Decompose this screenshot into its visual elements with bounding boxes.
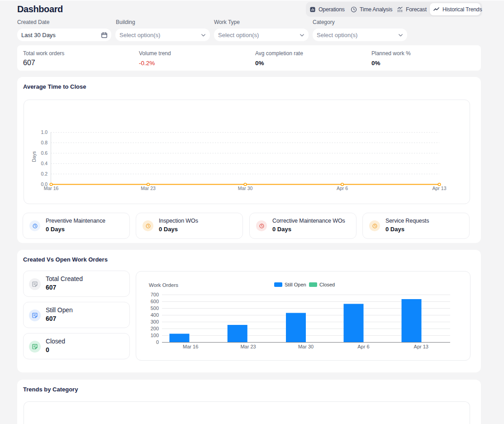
svg-text:700: 700	[151, 292, 159, 297]
svg-text:Apr 6: Apr 6	[337, 186, 348, 191]
svg-text:Days: Days	[31, 151, 37, 162]
svg-text:Still Open: Still Open	[285, 282, 306, 287]
svg-text:0.2: 0.2	[41, 171, 48, 176]
svg-text:Apr 13: Apr 13	[414, 344, 428, 349]
svg-text:0.8: 0.8	[41, 140, 48, 145]
svg-text:100: 100	[151, 333, 159, 338]
svg-text:0.6: 0.6	[41, 150, 48, 156]
svg-text:Closed: Closed	[319, 282, 335, 287]
svg-text:300: 300	[151, 319, 159, 324]
svg-text:Mar 16: Mar 16	[44, 186, 59, 191]
svg-text:0: 0	[156, 339, 159, 345]
svg-text:Apr 13: Apr 13	[433, 186, 447, 191]
svg-text:400: 400	[151, 312, 159, 318]
svg-text:Mar 23: Mar 23	[240, 344, 256, 349]
svg-text:Work Orders: Work Orders	[149, 282, 178, 288]
svg-text:600: 600	[151, 299, 159, 304]
svg-text:1.0: 1.0	[41, 129, 48, 135]
svg-text:Mar 30: Mar 30	[238, 186, 253, 191]
svg-text:Mar 30: Mar 30	[298, 344, 314, 349]
svg-text:Mar 16: Mar 16	[183, 344, 198, 349]
svg-text:200: 200	[151, 326, 159, 331]
svg-text:500: 500	[151, 305, 159, 311]
svg-text:Mar 23: Mar 23	[141, 186, 156, 191]
svg-text:Apr 6: Apr 6	[357, 344, 369, 349]
svg-text:0.4: 0.4	[41, 161, 48, 166]
